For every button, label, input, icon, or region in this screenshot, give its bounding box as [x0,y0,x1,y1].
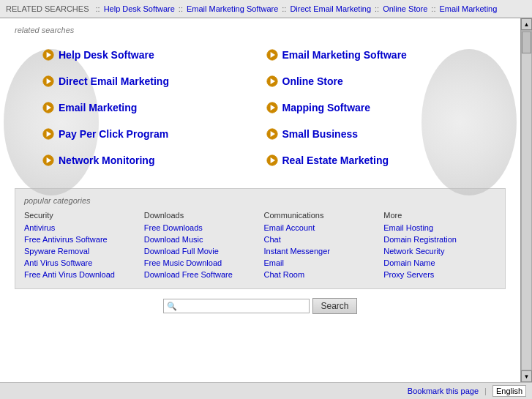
link-network-security[interactable]: Network Security [383,247,444,256]
category-more-list: Email Hosting Domain Registration Networ… [383,223,496,280]
search-item-pay-per-click: Pay Per Click Program [37,121,261,147]
arrow-icon-email-marketing [42,102,54,113]
link-antivirus[interactable]: Antivirus [24,223,55,232]
list-item: Download Free Software [144,269,257,280]
bottom-separator: | [484,387,487,395]
search-results-container: Help Desk Software Email Marketing Softw… [15,42,506,174]
arrow-icon-mapping-software [266,102,278,113]
link-download-music[interactable]: Download Music [144,235,203,244]
related-searches-label: RELATED SEARCHES [6,4,89,13]
arrow-icon-small-business [266,128,278,140]
link-download-free-software[interactable]: Download Free Software [144,270,233,279]
link-real-estate-marketing[interactable]: Real Estate Marketing [282,154,389,166]
arrow-icon-real-estate [266,154,278,166]
link-instant-messenger[interactable]: Instant Messenger [264,247,331,256]
link-free-downloads[interactable]: Free Downloads [144,223,203,232]
list-item: Free Music Download [144,258,257,268]
list-item: Email Hosting [383,223,496,233]
link-email-marketing-software[interactable]: Email Marketing Software [282,49,407,61]
search-results-grid: Help Desk Software Email Marketing Softw… [15,42,506,174]
link-free-antivirus[interactable]: Free Antivirus Software [24,235,108,244]
link-email-marketing[interactable]: Email Marketing [59,102,137,113]
search-item-mapping-software: Mapping Software [261,94,484,121]
arrow-icon-network-monitoring [42,154,54,166]
category-security-list: Antivirus Free Antivirus Software Spywar… [24,223,137,280]
link-free-anti-virus-download[interactable]: Free Anti Virus Download [24,270,115,279]
bookmark-link[interactable]: Bookmark this page [408,387,479,395]
popular-categories-title: popular categories [24,196,496,205]
search-item-network-monitoring: Network Monitoring [37,147,261,174]
link-pay-per-click-program[interactable]: Pay Per Click Program [59,128,168,140]
list-item: Email [264,258,377,268]
arrow-icon-pay-per-click [42,128,54,140]
list-item: Domain Registration [383,234,496,245]
language-selector[interactable]: English [492,385,526,397]
link-domain-name[interactable]: Domain Name [383,258,435,267]
scroll-down-button[interactable]: ▼ [521,370,532,382]
link-download-full-movie[interactable]: Download Full Movie [144,247,219,256]
scroll-up-button[interactable]: ▲ [521,18,532,30]
link-email-hosting[interactable]: Email Hosting [383,223,433,232]
separator-5: :: [431,4,435,13]
list-item: Free Antivirus Software [24,234,137,245]
link-direct-email-marketing[interactable]: Direct Email Marketing [59,75,169,87]
link-anti-virus-software[interactable]: Anti Virus Software [24,258,92,267]
category-communications-list: Email Account Chat Instant Messenger Ema… [264,223,377,280]
category-security: Security Antivirus Free Antivirus Softwa… [24,211,137,281]
search-input-box: 🔍 [163,299,310,313]
popular-categories-section: popular categories Security Antivirus Fr… [15,188,506,289]
list-item: Chat Room [264,269,377,280]
category-downloads-heading: Downloads [144,211,257,220]
link-online-store[interactable]: Online Store [282,75,343,87]
category-downloads-list: Free Downloads Download Music Download F… [144,223,257,280]
link-domain-registration[interactable]: Domain Registration [383,235,457,244]
topnav-link-5[interactable]: Email Marketing [439,4,497,13]
separator-1: :: [96,4,100,13]
list-item: Free Downloads [144,223,257,233]
arrow-icon-direct-email [42,75,54,87]
topnav-link-2[interactable]: Email Marketing Software [187,4,278,13]
scrollbar-thumb[interactable] [522,31,531,53]
list-item: Proxy Servers [383,269,496,280]
separator-4: :: [375,4,379,13]
categories-grid: Security Antivirus Free Antivirus Softwa… [24,211,496,281]
search-item-direct-email: Direct Email Marketing [37,68,261,94]
separator-3: :: [282,4,286,13]
list-item: Domain Name [383,258,496,268]
link-email[interactable]: Email [264,258,285,267]
bottom-bar: Bookmark this page | English [0,382,532,399]
link-chat[interactable]: Chat [264,235,281,244]
category-communications-heading: Communications [264,211,377,220]
category-downloads: Downloads Free Downloads Download Music … [144,211,257,281]
category-security-heading: Security [24,211,137,220]
topnav-link-3[interactable]: Direct Email Marketing [290,4,371,13]
search-input[interactable] [179,301,306,311]
search-button[interactable]: Search [312,298,356,314]
search-item-help-desk: Help Desk Software [37,42,261,68]
arrow-icon-help-desk [42,49,54,61]
search-item-email-marketing-software: Email Marketing Software [261,42,484,68]
link-help-desk-software[interactable]: Help Desk Software [59,49,154,61]
list-item: Network Security [383,246,496,256]
list-item: Anti Virus Software [24,258,137,268]
list-item: Chat [264,234,377,245]
link-email-account[interactable]: Email Account [264,223,315,232]
list-item: Email Account [264,223,377,233]
topnav-link-1[interactable]: Help Desk Software [104,4,175,13]
list-item: Free Anti Virus Download [24,269,137,280]
link-mapping-software[interactable]: Mapping Software [282,102,371,113]
search-item-small-business: Small Business [261,121,484,147]
category-more-heading: More [383,211,496,220]
scrollbar-right: ▲ ▼ [520,18,532,382]
scrollbar-track[interactable] [521,30,532,370]
topnav-link-4[interactable]: Online Store [383,4,427,13]
link-spyware-removal[interactable]: Spyware Removal [24,247,89,256]
top-navigation: RELATED SEARCHES :: Help Desk Software :… [0,0,532,18]
link-proxy-servers[interactable]: Proxy Servers [383,270,434,279]
link-chat-room[interactable]: Chat Room [264,270,305,279]
search-item-online-store: Online Store [261,68,484,94]
search-glass-icon: 🔍 [167,302,177,311]
link-free-music-download[interactable]: Free Music Download [144,258,222,267]
link-small-business[interactable]: Small Business [282,128,359,140]
link-network-monitoring[interactable]: Network Monitoring [59,154,154,166]
